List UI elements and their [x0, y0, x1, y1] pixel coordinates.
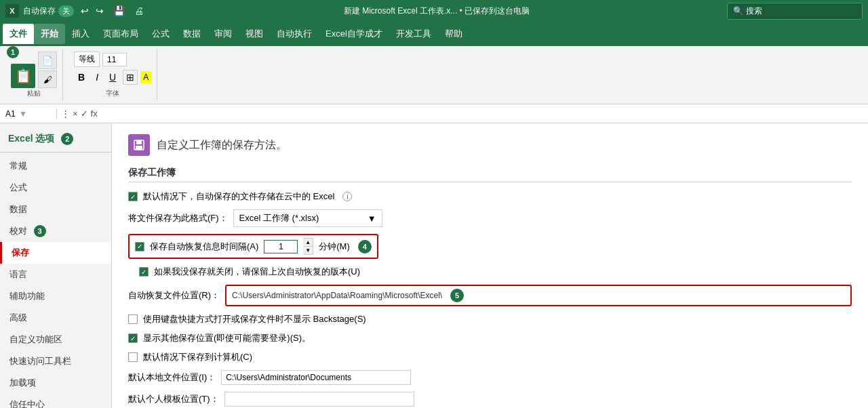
default-template-path-row: 默认个人模板位置(T)：: [128, 392, 852, 407]
autorecover-spinner: ▲ ▼: [303, 238, 313, 255]
autorecover-path-value: C:\Users\Administrator\AppData\Roaming\M…: [232, 291, 442, 300]
font-group: 等线 11 B I U ⊞ A 字体: [68, 49, 157, 101]
formula-confirm-icon[interactable]: ✓: [81, 108, 88, 119]
window-title: 新建 Microsoft Excel 工作表.x... • 已保存到这台电脑: [146, 5, 727, 17]
autorecover-path-highlight: C:\Users\Administrator\AppData\Roaming\M…: [225, 285, 852, 306]
show-other-locations-label: 显示其他保存位置(即使可能需要登录)(S)。: [143, 332, 311, 344]
format-painter-button[interactable]: 🖌: [38, 70, 57, 88]
save-to-computer-checkbox[interactable]: [128, 352, 138, 362]
border-button[interactable]: ⊞: [123, 70, 138, 85]
options-dialog-title: Excel 选项 2: [0, 129, 111, 152]
menu-item-view[interactable]: 视图: [239, 24, 270, 44]
default-local-path-input[interactable]: [221, 370, 411, 385]
save-quick-icon[interactable]: 💾: [111, 4, 127, 18]
cloud-autosave-label: 默认情况下，自动保存的文件存储在云中的 Excel: [143, 190, 334, 203]
menu-item-review[interactable]: 审阅: [208, 24, 239, 44]
options-menu-customize-ribbon[interactable]: 自定义功能区: [0, 329, 111, 350]
formula-fx-icon[interactable]: fx: [91, 108, 98, 119]
show-other-locations-checkbox[interactable]: ✓: [128, 333, 138, 343]
redo-icon[interactable]: ↪: [93, 4, 106, 18]
paste-button[interactable]: 📋: [11, 64, 35, 88]
menu-item-insert[interactable]: 插入: [65, 24, 96, 44]
formula-icons-area: ⋮ × ✓ fx: [57, 108, 102, 119]
options-menu-save[interactable]: 保存: [0, 242, 111, 264]
keep-last-version-checkbox[interactable]: ✓: [139, 267, 149, 277]
options-menu-general[interactable]: 常规: [0, 155, 111, 177]
copy-button[interactable]: 📄: [38, 52, 57, 69]
step-badge-1: 1: [7, 46, 19, 58]
title-bar-left: X 自动保存 关 ↩ ↪ 💾 🖨: [5, 4, 146, 18]
autorecover-row: ✓ 保存自动恢复信息时间隔(A) ▲ ▼ 分钟(M) 4: [128, 234, 852, 259]
default-template-path-input[interactable]: [224, 392, 414, 407]
print-icon[interactable]: 🖨: [132, 4, 146, 18]
title-bar: X 自动保存 关 ↩ ↪ 💾 🖨 新建 Microsoft Excel 工作表.…: [0, 0, 868, 22]
option-cloud-autosave-row: ✓ 默认情况下，自动保存的文件存储在云中的 Excel i: [128, 190, 852, 203]
svg-rect-1: [136, 140, 142, 144]
spinner-up[interactable]: ▲: [303, 239, 313, 247]
menu-item-home[interactable]: 开始: [34, 24, 65, 44]
autosave-label: 自动保存: [23, 5, 56, 17]
autorecover-unit-label: 分钟(M): [319, 241, 350, 253]
default-template-path-label: 默认个人模板位置(T)：: [128, 393, 219, 405]
menu-item-help[interactable]: 帮助: [438, 24, 469, 44]
no-backstage-checkbox[interactable]: [128, 314, 138, 324]
format-dropdown[interactable]: Excel 工作簿 (*.xlsx) ▼: [233, 209, 382, 227]
options-menu-addins[interactable]: 加载项: [0, 372, 111, 394]
cell-reference-box[interactable]: A1 ▼: [3, 109, 57, 119]
options-menu-formula[interactable]: 公式: [0, 177, 111, 199]
options-header-text: 自定义工作簿的保存方法。: [157, 138, 287, 152]
default-local-path-label: 默认本地文件位置(I)：: [128, 371, 216, 384]
menu-item-developer[interactable]: 开发工具: [389, 24, 438, 44]
underline-button[interactable]: U: [105, 70, 120, 84]
autosave-toggle[interactable]: 关: [58, 5, 74, 17]
undo-icon[interactable]: ↩: [78, 4, 92, 18]
options-menu-quick-access[interactable]: 快速访问工具栏: [0, 350, 111, 372]
default-local-path-row: 默认本地文件位置(I)：: [128, 370, 852, 385]
options-menu-language[interactable]: 语言: [0, 264, 111, 285]
options-sidebar: Excel 选项 2 常规 公式 数据 校对 3 保存 语言 辅助功能 高级 自…: [0, 123, 112, 408]
autorecover-interval-input[interactable]: [264, 240, 298, 253]
excel-icon: X: [5, 4, 19, 18]
format-dropdown-arrow: ▼: [368, 213, 376, 224]
options-menu-data[interactable]: 数据: [0, 199, 111, 220]
options-content-header: 自定义工作簿的保存方法。: [128, 134, 852, 156]
menu-item-autorun[interactable]: 自动执行: [270, 24, 319, 44]
search-icon: 🔍: [733, 6, 743, 16]
spinner-down[interactable]: ▼: [303, 247, 313, 254]
font-size-dropdown[interactable]: 11: [102, 53, 127, 66]
options-menu-proofing[interactable]: 校对 3: [0, 220, 111, 242]
formula-cancel-icon[interactable]: ×: [73, 108, 78, 119]
cloud-autosave-checkbox[interactable]: ✓: [128, 192, 138, 201]
save-format-label: 将文件保存为此格式(F)：: [128, 212, 228, 224]
bold-button[interactable]: B: [74, 70, 89, 84]
step-badge-2: 2: [61, 133, 73, 145]
formula-expand-icon[interactable]: ⋮: [61, 108, 70, 119]
step-badge-4: 4: [358, 240, 372, 253]
option-save-to-computer-row: 默认情况下保存到计算机(C): [128, 351, 852, 363]
options-content: 自定义工作簿的保存方法。 保存工作簿 ✓ 默认情况下，自动保存的文件存储在云中的…: [112, 123, 868, 408]
save-icon-big: [128, 134, 150, 156]
menu-bar: 文件 开始 插入 页面布局 公式 数据 审阅 视图 自动执行 Excel自学成才…: [0, 22, 868, 46]
undo-redo: ↩ ↪: [78, 4, 106, 18]
search-box[interactable]: 🔍 搜索: [727, 3, 863, 20]
clipboard-group: 📋 📄 🖌 1 粘贴: [5, 49, 63, 101]
menu-item-file[interactable]: 文件: [3, 24, 34, 44]
font-name-dropdown[interactable]: 等线: [74, 52, 100, 67]
formula-bar: A1 ▼ ⋮ × ✓ fx: [0, 104, 868, 123]
autorecover-path-row: 自动恢复文件位置(R)： C:\Users\Administrator\AppD…: [128, 285, 852, 306]
options-menu-advanced[interactable]: 高级: [0, 307, 111, 329]
fill-color-button[interactable]: A: [140, 71, 151, 83]
save-workbook-section-title: 保存工作簿: [128, 167, 852, 182]
svg-rect-2: [136, 146, 142, 150]
font-label: 字体: [106, 89, 119, 98]
italic-button[interactable]: I: [92, 70, 102, 84]
options-menu-accessibility[interactable]: 辅助功能: [0, 285, 111, 307]
options-menu-trust-center[interactable]: 信任中心: [0, 394, 111, 408]
menu-item-formula[interactable]: 公式: [145, 24, 176, 44]
step-badge-5: 5: [450, 289, 464, 302]
menu-item-page-layout[interactable]: 页面布局: [96, 24, 145, 44]
menu-item-data[interactable]: 数据: [176, 24, 208, 44]
autorecover-checkbox[interactable]: ✓: [135, 242, 144, 251]
menu-item-learn[interactable]: Excel自学成才: [319, 24, 389, 44]
format-dropdown-value: Excel 工作簿 (*.xlsx): [239, 212, 319, 224]
